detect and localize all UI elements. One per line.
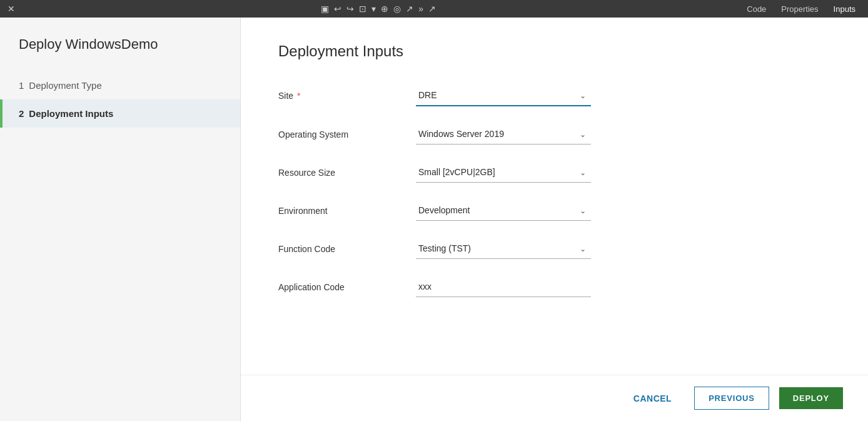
os-group: Operating System Windows Server 2019 Win… <box>278 124 818 145</box>
undo-icon[interactable]: ↩ <box>334 4 341 14</box>
external-icon[interactable]: ↗ <box>406 4 413 14</box>
os-label: Operating System <box>278 129 403 139</box>
appcode-group: Application Code <box>278 276 818 297</box>
appcode-label: Application Code <box>278 282 403 292</box>
step-2-number: 2 <box>19 108 24 119</box>
site-group: Site * DRE Site A Site B ⌄ <box>278 85 818 106</box>
right-panel: Deployment Inputs Site * DRE Site A Site… <box>241 18 868 421</box>
resource-label: Resource Size <box>278 168 403 178</box>
grid-icon[interactable]: ⊡ <box>359 4 366 14</box>
deploy-button[interactable]: DEPLOY <box>779 387 843 409</box>
step-1[interactable]: 1 Deployment Type <box>0 71 240 99</box>
redo-icon[interactable]: ↪ <box>346 4 354 14</box>
steps-list: 1 Deployment Type 2 Deployment Inputs <box>0 71 240 128</box>
sidebar: Deploy WindowsDemo 1 Deployment Type 2 D… <box>0 18 241 421</box>
environment-label: Environment <box>278 206 403 216</box>
tab-properties[interactable]: Properties <box>776 3 823 15</box>
step-2-label: Deployment Inputs <box>29 108 113 119</box>
function-label: Function Code <box>278 244 403 254</box>
panel-body: Deployment Inputs Site * DRE Site A Site… <box>241 18 868 375</box>
resource-select-wrapper: Small [2vCPU|2GB] Medium [4vCPU|8GB] Lar… <box>416 162 591 183</box>
expand-icon[interactable]: ▾ <box>371 4 376 14</box>
canvas-icon[interactable]: ▣ <box>321 4 329 14</box>
os-select[interactable]: Windows Server 2019 Windows Server 2016 … <box>416 124 591 145</box>
main-content: Deploy WindowsDemo 1 Deployment Type 2 D… <box>0 18 868 421</box>
environment-select-wrapper: Development Staging Production ⌄ <box>416 200 591 221</box>
os-select-wrapper: Windows Server 2019 Windows Server 2016 … <box>416 124 591 145</box>
appcode-input[interactable] <box>416 276 591 297</box>
deployment-inputs-title: Deployment Inputs <box>278 43 818 60</box>
more-icon[interactable]: » <box>418 4 423 14</box>
function-select-wrapper: Testing (TST) Production (PRD) Developme… <box>416 238 591 259</box>
cancel-button[interactable]: CANCEL <box>621 387 684 410</box>
site-select[interactable]: DRE Site A Site B <box>416 85 591 106</box>
step-1-label: Deployment Type <box>29 80 101 91</box>
page-title: Deploy WindowsDemo <box>0 36 240 71</box>
resource-group: Resource Size Small [2vCPU|2GB] Medium [… <box>278 162 818 183</box>
share-icon[interactable]: ↗ <box>428 4 436 14</box>
environment-group: Environment Development Staging Producti… <box>278 200 818 221</box>
resource-select[interactable]: Small [2vCPU|2GB] Medium [4vCPU|8GB] Lar… <box>416 162 591 183</box>
upload-icon[interactable]: ⊕ <box>381 4 388 14</box>
environment-select[interactable]: Development Staging Production <box>416 200 591 221</box>
search-icon[interactable]: ◎ <box>393 4 401 14</box>
function-group: Function Code Testing (TST) Production (… <box>278 238 818 259</box>
close-icon[interactable]: ✕ <box>8 4 15 14</box>
tab-inputs[interactable]: Inputs <box>829 3 860 15</box>
step-1-number: 1 <box>19 80 24 91</box>
function-select[interactable]: Testing (TST) Production (PRD) Developme… <box>416 238 591 259</box>
tab-code[interactable]: Code <box>742 3 771 15</box>
step-2[interactable]: 2 Deployment Inputs <box>0 99 240 128</box>
site-select-wrapper: DRE Site A Site B ⌄ <box>416 85 591 106</box>
toolbar: ✕ ▣ ↩ ↪ ⊡ ▾ ⊕ ◎ ↗ » ↗ Code Properties In… <box>0 0 868 18</box>
previous-button[interactable]: PREVIOUS <box>694 387 769 410</box>
panel-footer: CANCEL PREVIOUS DEPLOY <box>241 375 868 421</box>
site-label: Site * <box>278 91 403 101</box>
site-required: * <box>295 91 300 101</box>
